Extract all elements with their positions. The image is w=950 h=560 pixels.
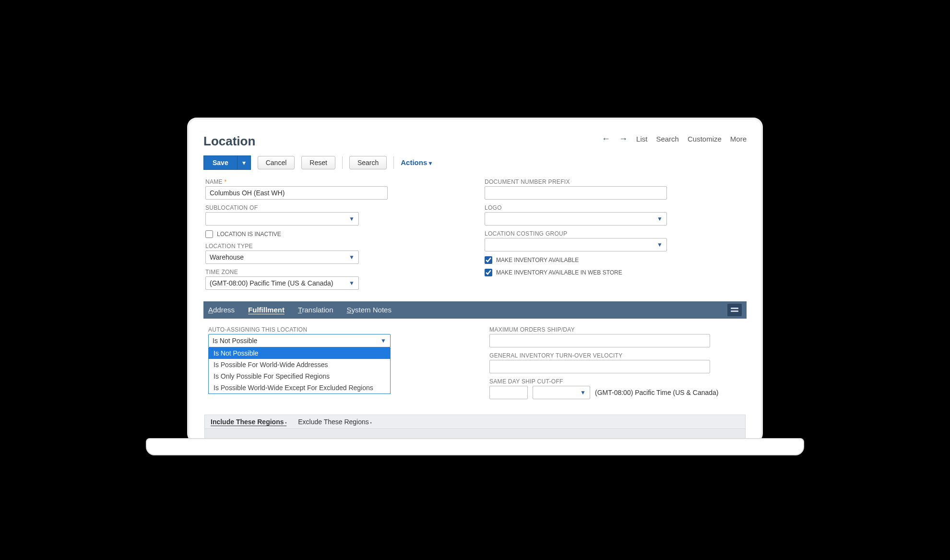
- doc-prefix-input[interactable]: [485, 186, 667, 200]
- laptop-base: [146, 438, 804, 455]
- chevron-down-icon: ▼: [580, 389, 586, 396]
- inactive-label: LOCATION IS INACTIVE: [217, 231, 281, 238]
- timezone-label: TIME ZONE: [205, 269, 465, 275]
- cutoff-label: SAME DAY SHIP CUT-OFF: [489, 378, 742, 385]
- inactive-checkbox-row[interactable]: LOCATION IS INACTIVE: [205, 230, 465, 238]
- tab-exclude-regions[interactable]: Exclude These Regions: [298, 418, 371, 426]
- inactive-checkbox[interactable]: [205, 230, 213, 238]
- location-type-label: LOCATION TYPE: [205, 243, 465, 250]
- chevron-down-icon: ▼: [349, 280, 355, 286]
- autoassign-select[interactable]: Is Not Possible▼: [208, 334, 391, 347]
- tab-include-regions[interactable]: Include These Regions: [211, 418, 286, 426]
- logo-label: LOGO: [485, 204, 745, 211]
- region-body: [204, 429, 746, 439]
- toolbar-separator-2: [393, 156, 394, 169]
- inventory-web-label: MAKE INVENTORY AVAILABLE IN WEB STORE: [496, 269, 622, 276]
- nav-search[interactable]: Search: [656, 135, 679, 143]
- tab-address[interactable]: Address: [208, 306, 235, 314]
- nav-customize[interactable]: Customize: [688, 135, 722, 143]
- nav-forward-icon[interactable]: →: [619, 134, 628, 144]
- reset-button[interactable]: Reset: [301, 156, 335, 169]
- nav-list[interactable]: List: [636, 135, 647, 143]
- nav-back-icon[interactable]: ←: [602, 134, 610, 144]
- costing-group-select[interactable]: ▼: [485, 238, 667, 251]
- autoassign-option-2[interactable]: Is Only Possible For Specified Regions: [209, 370, 390, 382]
- max-orders-label: MAXIMUM ORDERS SHIP/DAY: [489, 326, 742, 333]
- inventory-web-row[interactable]: MAKE INVENTORY AVAILABLE IN WEB STORE: [485, 269, 745, 276]
- location-type-select[interactable]: Warehouse▼: [205, 250, 359, 264]
- chevron-down-icon: ▼: [657, 215, 663, 222]
- app-screen: Location ← → List Search Customize More …: [203, 134, 747, 441]
- chevron-down-icon: ▼: [349, 254, 355, 261]
- max-orders-input[interactable]: [489, 334, 710, 347]
- toolbar: Save ▾ Cancel Reset Search Actions: [203, 155, 747, 170]
- sublocation-select[interactable]: ▼: [205, 212, 359, 226]
- name-input[interactable]: Columbus OH (East WH): [205, 186, 388, 200]
- name-label: NAME *: [205, 179, 465, 185]
- chevron-down-icon: ▼: [349, 215, 355, 222]
- inventory-web-checkbox[interactable]: [485, 269, 492, 276]
- logo-select[interactable]: ▼: [485, 212, 667, 226]
- inventory-available-checkbox[interactable]: [485, 256, 492, 264]
- laptop-frame: Location ← → List Search Customize More …: [187, 118, 763, 443]
- tab-fulfillment[interactable]: Fulfillment: [248, 306, 285, 314]
- tab-bar: Address Fulfillment Translation System N…: [203, 301, 747, 319]
- velocity-label: GENERAL INVENTORY TURN-OVER VELOCITY: [489, 352, 742, 359]
- costing-group-label: LOCATION COSTING GROUP: [485, 230, 745, 237]
- save-button[interactable]: Save ▾: [203, 155, 251, 170]
- autoassign-dropdown: Is Not Possible Is Possible For World-Wi…: [208, 347, 391, 394]
- cutoff-hour-input[interactable]: [489, 386, 528, 399]
- tab-layout-icon[interactable]: [727, 304, 742, 316]
- tab-translation[interactable]: Translation: [298, 306, 333, 314]
- actions-menu[interactable]: Actions: [401, 158, 431, 167]
- inventory-available-row[interactable]: MAKE INVENTORY AVAILABLE: [485, 256, 745, 264]
- timezone-select[interactable]: (GMT-08:00) Pacific Time (US & Canada)▼: [205, 276, 359, 290]
- sublocation-label: SUBLOCATION OF: [205, 204, 465, 211]
- cutoff-minute-select[interactable]: ▼: [533, 386, 590, 399]
- inventory-available-label: MAKE INVENTORY AVAILABLE: [496, 257, 579, 263]
- save-button-label: Save: [204, 156, 237, 169]
- autoassign-option-0[interactable]: Is Not Possible: [209, 347, 390, 359]
- autoassign-option-3[interactable]: Is Possible World-Wide Except For Exclud…: [209, 382, 390, 393]
- region-tabbar: Include These Regions Exclude These Regi…: [204, 415, 746, 429]
- page-title: Location: [203, 134, 255, 149]
- chevron-down-icon: ▼: [657, 241, 663, 248]
- toolbar-separator: [342, 156, 343, 169]
- cancel-button[interactable]: Cancel: [258, 156, 295, 169]
- top-nav: ← → List Search Customize More: [602, 134, 747, 144]
- doc-prefix-label: DOCUMENT NUMBER PREFIX: [485, 179, 745, 185]
- autoassign-option-1[interactable]: Is Possible For World-Wide Addresses: [209, 359, 390, 370]
- nav-more[interactable]: More: [730, 135, 747, 143]
- chevron-down-icon: ▼: [380, 337, 386, 344]
- save-button-dropdown-icon[interactable]: ▾: [237, 156, 250, 169]
- cutoff-tz-note: (GMT-08:00) Pacific Time (US & Canada): [595, 389, 719, 396]
- autoassign-label: AUTO-ASSIGNING THIS LOCATION: [208, 326, 461, 333]
- search-button[interactable]: Search: [349, 156, 387, 169]
- velocity-input[interactable]: [489, 360, 710, 373]
- tab-system-notes[interactable]: System Notes: [347, 306, 392, 314]
